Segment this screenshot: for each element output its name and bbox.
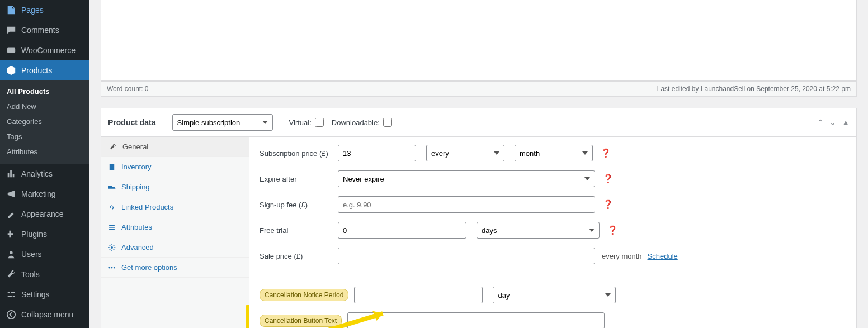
sidebar-label: Products bbox=[21, 66, 52, 75]
input-cancel-notice[interactable] bbox=[354, 287, 483, 303]
tab-get-more[interactable]: Get more options bbox=[101, 258, 249, 278]
submenu-tags[interactable]: Tags bbox=[0, 129, 89, 144]
row-free-trial: Free trial days ❓ bbox=[260, 222, 846, 239]
sidebar-item-comments[interactable]: Comments bbox=[0, 20, 89, 40]
svg-point-12 bbox=[108, 267, 110, 268]
sidebar-item-marketing[interactable]: Marketing bbox=[0, 184, 89, 204]
svg-rect-0 bbox=[7, 48, 15, 53]
panel-move-up-icon[interactable]: ⌃ bbox=[817, 118, 824, 127]
downloadable-label: Downloadable: bbox=[332, 118, 380, 127]
link-schedule[interactable]: Schedule bbox=[648, 252, 678, 260]
sidebar-item-tools[interactable]: Tools bbox=[0, 264, 89, 284]
main-content: Word count: 0 Last edited by LaunchandSe… bbox=[89, 0, 868, 328]
sidebar-item-plugins[interactable]: Plugins bbox=[0, 224, 89, 244]
product-data-panel: Product data — Simple subscription Virtu… bbox=[101, 108, 857, 328]
sidebar-item-settings[interactable]: Settings bbox=[0, 284, 89, 305]
product-tabs: General Inventory Shipping Linked Produc… bbox=[101, 137, 249, 328]
downloadable-checkbox[interactable] bbox=[383, 118, 392, 127]
svg-point-11 bbox=[111, 246, 113, 248]
submenu-categories[interactable]: Categories bbox=[0, 114, 89, 129]
plugins-icon bbox=[6, 229, 17, 240]
svg-point-1 bbox=[10, 251, 12, 254]
input-subscription-price[interactable] bbox=[338, 145, 416, 161]
svg-point-14 bbox=[114, 267, 115, 268]
virtual-label: Virtual: bbox=[289, 118, 312, 127]
sidebar-label: Users bbox=[21, 250, 42, 259]
row-cancel-notice: Cancellation Notice Period day bbox=[260, 287, 846, 303]
virtual-checkbox[interactable] bbox=[315, 118, 324, 127]
editor-status-bar: Word count: 0 Last edited by LaunchandSe… bbox=[101, 81, 857, 97]
sidebar-label: Tools bbox=[21, 270, 40, 279]
settings-icon bbox=[6, 289, 17, 300]
tab-label: Linked Products bbox=[121, 203, 173, 211]
tab-inventory[interactable]: Inventory bbox=[101, 157, 249, 177]
label-sale-price: Sale price (£) bbox=[260, 252, 338, 260]
tab-linked-products[interactable]: Linked Products bbox=[101, 197, 249, 217]
panel-toggle-icon[interactable]: ▲ bbox=[842, 118, 850, 127]
sidebar-item-users[interactable]: Users bbox=[0, 244, 89, 264]
sidebar-label: Collapse menu bbox=[21, 310, 73, 319]
submenu-attributes[interactable]: Attributes bbox=[0, 144, 89, 159]
sidebar-item-woocommerce[interactable]: WooCommerce bbox=[0, 40, 89, 60]
word-count: Word count: 0 bbox=[107, 85, 148, 93]
downloadable-checkbox-label[interactable]: Downloadable: bbox=[332, 118, 392, 127]
tab-label: Inventory bbox=[121, 163, 151, 171]
tab-advanced[interactable]: Advanced bbox=[101, 237, 249, 258]
select-cancel-notice-unit[interactable]: day bbox=[493, 287, 616, 303]
sidebar-item-analytics[interactable]: Analytics bbox=[0, 164, 89, 184]
separator bbox=[281, 117, 281, 127]
help-icon[interactable]: ❓ bbox=[607, 225, 618, 235]
more-icon bbox=[108, 264, 117, 272]
wrench-icon bbox=[109, 143, 118, 151]
label-expire-after: Expire after bbox=[260, 175, 338, 183]
svg-rect-5 bbox=[13, 296, 15, 297]
svg-rect-3 bbox=[11, 292, 15, 293]
help-icon[interactable]: ❓ bbox=[603, 174, 614, 184]
virtual-checkbox-label[interactable]: Virtual: bbox=[289, 118, 324, 127]
svg-rect-10 bbox=[109, 229, 115, 229]
pages-icon bbox=[6, 4, 17, 16]
sale-price-suffix: every month bbox=[602, 252, 642, 260]
product-type-select[interactable]: Simple subscription bbox=[172, 114, 273, 131]
input-signup-fee[interactable] bbox=[338, 196, 595, 213]
editor-area[interactable] bbox=[101, 0, 857, 81]
products-icon bbox=[6, 65, 17, 76]
panel-move-down-icon[interactable]: ⌄ bbox=[829, 118, 836, 127]
gear-icon bbox=[108, 244, 117, 251]
panel-head: Product data — Simple subscription Virtu… bbox=[101, 108, 856, 137]
label-cancel-notice: Cancellation Notice Period bbox=[260, 289, 348, 301]
sidebar-item-appearance[interactable]: Appearance bbox=[0, 204, 89, 224]
last-edited: Last edited by LaunchandSell on Septembe… bbox=[657, 85, 851, 93]
help-icon[interactable]: ❓ bbox=[603, 199, 614, 210]
tab-label: General bbox=[122, 142, 148, 151]
sidebar-label: WooCommerce bbox=[21, 46, 76, 55]
svg-point-6 bbox=[7, 311, 15, 319]
row-expire-after: Expire after Never expire ❓ bbox=[260, 170, 846, 187]
link-icon bbox=[108, 203, 117, 211]
label-subscription-price: Subscription price (£) bbox=[260, 149, 338, 158]
sidebar-collapse[interactable]: Collapse menu bbox=[0, 305, 89, 325]
select-billing-interval[interactable]: every bbox=[426, 145, 504, 161]
input-sale-price[interactable] bbox=[338, 248, 595, 264]
tab-general[interactable]: General bbox=[101, 137, 249, 157]
analytics-icon bbox=[6, 168, 17, 179]
row-sale-price: Sale price (£) every month Schedule bbox=[260, 248, 846, 264]
input-trial-length[interactable] bbox=[338, 222, 466, 239]
help-icon[interactable]: ❓ bbox=[601, 148, 611, 158]
sidebar-item-pages[interactable]: Pages bbox=[0, 0, 89, 20]
select-expire-after[interactable]: Never expire bbox=[338, 170, 595, 187]
products-submenu: All Products Add New Categories Tags Att… bbox=[0, 80, 89, 164]
panel-body: General Inventory Shipping Linked Produc… bbox=[101, 137, 856, 328]
select-trial-unit[interactable]: days bbox=[477, 222, 600, 239]
submenu-all-products[interactable]: All Products bbox=[0, 84, 89, 99]
row-subscription-price: Subscription price (£) every month ❓ bbox=[260, 145, 846, 161]
submenu-add-new[interactable]: Add New bbox=[0, 99, 89, 114]
tab-shipping[interactable]: Shipping bbox=[101, 177, 249, 197]
panel-actions: ⌃ ⌄ ▲ bbox=[817, 118, 850, 127]
marketing-icon bbox=[6, 188, 17, 199]
sidebar-label: Appearance bbox=[21, 210, 64, 218]
tab-attributes[interactable]: Attributes bbox=[101, 217, 249, 237]
sidebar-item-products[interactable]: Products bbox=[0, 60, 89, 80]
highlight-bar bbox=[246, 305, 249, 328]
select-billing-period[interactable]: month bbox=[515, 145, 593, 161]
